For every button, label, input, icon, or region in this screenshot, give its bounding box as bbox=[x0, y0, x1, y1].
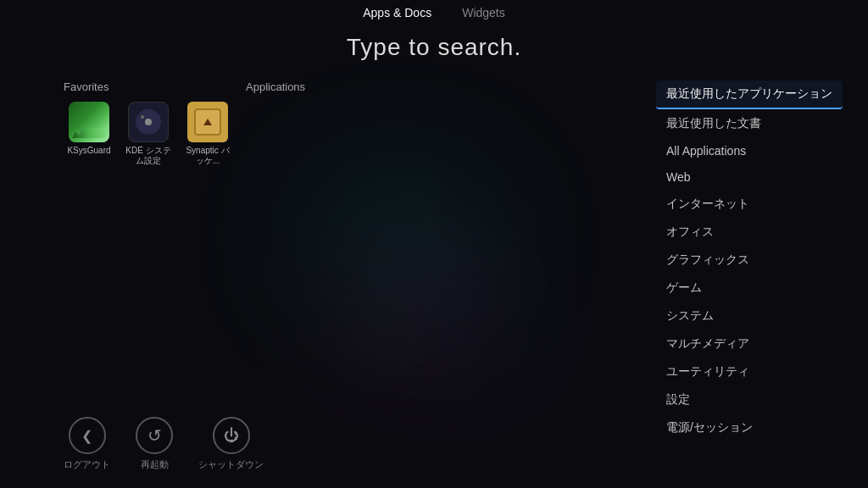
category-item-0[interactable]: 最近使用したアプリケーション bbox=[656, 80, 843, 109]
app-icon-kde bbox=[128, 102, 169, 142]
applications-label: Applications bbox=[246, 80, 305, 93]
category-item-2[interactable]: All Applications bbox=[656, 138, 843, 164]
app-item-synaptic[interactable]: Synaptic パッケ... bbox=[182, 102, 233, 166]
favorites-section: Favorites KSysGuard KDE システム設定 Synaptic … bbox=[64, 80, 233, 166]
favorites-items: KSysGuard KDE システム設定 Synaptic パッケ... bbox=[64, 102, 233, 166]
app-name-synaptic: Synaptic パッケ... bbox=[182, 146, 233, 166]
category-list: 最近使用したアプリケーション最近使用した文書All ApplicationsWe… bbox=[656, 80, 843, 442]
restart-label: 再起動 bbox=[141, 458, 169, 471]
bg-glow-pink bbox=[314, 263, 466, 381]
bottom-actions: ログアウト 再起動 シャットダウン bbox=[64, 417, 264, 471]
top-nav: Apps & Docs Widgets bbox=[0, 0, 868, 25]
category-item-10[interactable]: ユーティリティ bbox=[656, 358, 843, 385]
shutdown-label: シャットダウン bbox=[198, 458, 264, 471]
logout-label: ログアウト bbox=[64, 458, 110, 471]
category-item-5[interactable]: オフィス bbox=[656, 219, 843, 246]
category-item-1[interactable]: 最近使用した文書 bbox=[656, 110, 843, 137]
category-item-4[interactable]: インターネット bbox=[656, 191, 843, 218]
category-item-6[interactable]: グラフィックス bbox=[656, 247, 843, 274]
app-name-ksysguard: KSysGuard bbox=[67, 146, 110, 156]
kde-dot-icon bbox=[145, 119, 152, 125]
search-area: Type to search. bbox=[0, 34, 868, 61]
kde-inner-icon bbox=[136, 109, 161, 135]
bg-glow-teal bbox=[271, 152, 526, 322]
favorites-label: Favorites bbox=[64, 80, 233, 93]
category-item-8[interactable]: システム bbox=[656, 302, 843, 330]
category-item-7[interactable]: ゲーム bbox=[656, 274, 843, 302]
app-icon-synaptic bbox=[187, 102, 228, 142]
logout-button[interactable]: ログアウト bbox=[64, 417, 110, 471]
synaptic-box-icon bbox=[194, 108, 221, 136]
nav-tab-apps-docs[interactable]: Apps & Docs bbox=[356, 3, 438, 23]
nav-tab-widgets[interactable]: Widgets bbox=[455, 3, 512, 23]
app-name-kde: KDE システム設定 bbox=[123, 146, 174, 166]
restart-button[interactable]: 再起動 bbox=[136, 417, 173, 471]
logout-icon bbox=[69, 417, 106, 454]
shutdown-icon bbox=[213, 417, 250, 454]
category-item-3[interactable]: Web bbox=[656, 164, 843, 190]
search-prompt: Type to search. bbox=[0, 34, 868, 61]
applications-section: Applications bbox=[246, 80, 305, 102]
app-item-ksysguard[interactable]: KSysGuard bbox=[64, 102, 114, 166]
category-item-9[interactable]: マルチメディア bbox=[656, 330, 843, 358]
app-icon-ksysguard bbox=[69, 102, 109, 142]
category-item-11[interactable]: 設定 bbox=[656, 386, 843, 413]
category-item-12[interactable]: 電源/セッション bbox=[656, 414, 843, 441]
restart-icon bbox=[136, 417, 173, 454]
bg-glow-purple bbox=[364, 237, 534, 373]
shutdown-button[interactable]: シャットダウン bbox=[198, 417, 264, 471]
synaptic-arrow-icon bbox=[203, 119, 212, 125]
app-item-kde[interactable]: KDE システム設定 bbox=[123, 102, 174, 166]
